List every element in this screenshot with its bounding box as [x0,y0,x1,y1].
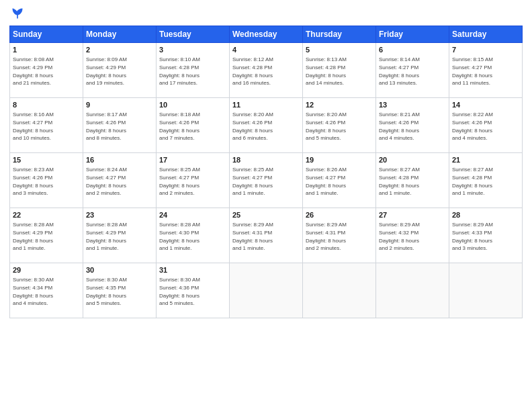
day-info: Sunrise: 8:13 AM Sunset: 4:28 PM Dayligh… [306,56,373,87]
calendar-week-row: 15Sunrise: 8:23 AM Sunset: 4:26 PM Dayli… [10,153,523,208]
calendar-week-row: 22Sunrise: 8:28 AM Sunset: 4:29 PM Dayli… [10,208,523,263]
day-info: Sunrise: 8:12 AM Sunset: 4:28 PM Dayligh… [232,56,300,87]
calendar-day-cell: 27Sunrise: 8:29 AM Sunset: 4:32 PM Dayli… [376,208,449,263]
day-info: Sunrise: 8:29 AM Sunset: 4:31 PM Dayligh… [232,221,300,252]
day-info: Sunrise: 8:30 AM Sunset: 4:34 PM Dayligh… [13,276,80,307]
day-number: 7 [452,45,519,55]
calendar-week-row: 8Sunrise: 8:16 AM Sunset: 4:27 PM Daylig… [10,98,523,153]
weekday-header: Sunday [10,26,83,43]
day-number: 10 [159,100,226,110]
calendar-week-row: 29Sunrise: 8:30 AM Sunset: 4:34 PM Dayli… [10,263,523,318]
day-number: 1 [13,45,80,55]
day-info: Sunrise: 8:08 AM Sunset: 4:29 PM Dayligh… [13,56,80,87]
calendar-day-cell [449,263,523,318]
calendar-day-cell [303,263,376,318]
calendar-header-row: SundayMondayTuesdayWednesdayThursdayFrid… [10,26,523,43]
day-info: Sunrise: 8:25 AM Sunset: 4:27 PM Dayligh… [232,166,300,197]
day-info: Sunrise: 8:29 AM Sunset: 4:33 PM Dayligh… [452,221,519,252]
day-number: 25 [232,210,300,220]
day-number: 6 [379,45,446,55]
calendar-week-row: 1Sunrise: 8:08 AM Sunset: 4:29 PM Daylig… [10,43,523,98]
calendar-day-cell: 6Sunrise: 8:14 AM Sunset: 4:27 PM Daylig… [376,43,449,98]
calendar-day-cell: 22Sunrise: 8:28 AM Sunset: 4:29 PM Dayli… [10,208,83,263]
calendar-day-cell: 16Sunrise: 8:24 AM Sunset: 4:27 PM Dayli… [83,153,157,208]
calendar-day-cell [376,263,449,318]
calendar-day-cell: 25Sunrise: 8:29 AM Sunset: 4:31 PM Dayli… [230,208,303,263]
day-info: Sunrise: 8:25 AM Sunset: 4:27 PM Dayligh… [159,166,226,197]
calendar-day-cell: 9Sunrise: 8:17 AM Sunset: 4:26 PM Daylig… [83,98,157,153]
weekday-header: Saturday [449,26,523,43]
calendar-day-cell: 17Sunrise: 8:25 AM Sunset: 4:27 PM Dayli… [157,153,230,208]
day-number: 15 [13,155,80,165]
calendar-day-cell: 5Sunrise: 8:13 AM Sunset: 4:28 PM Daylig… [303,43,376,98]
calendar-day-cell: 18Sunrise: 8:25 AM Sunset: 4:27 PM Dayli… [230,153,303,208]
calendar-day-cell: 12Sunrise: 8:20 AM Sunset: 4:26 PM Dayli… [303,98,376,153]
day-number: 2 [86,45,153,55]
day-number: 16 [86,155,153,165]
calendar-day-cell: 20Sunrise: 8:27 AM Sunset: 4:28 PM Dayli… [376,153,449,208]
day-number: 14 [452,100,519,110]
day-info: Sunrise: 8:27 AM Sunset: 4:28 PM Dayligh… [379,166,446,197]
calendar-day-cell: 10Sunrise: 8:18 AM Sunset: 4:26 PM Dayli… [157,98,230,153]
calendar-day-cell: 3Sunrise: 8:10 AM Sunset: 4:28 PM Daylig… [157,43,230,98]
day-info: Sunrise: 8:15 AM Sunset: 4:27 PM Dayligh… [452,56,519,87]
day-number: 20 [379,155,446,165]
weekday-header: Monday [83,26,157,43]
day-number: 31 [159,265,226,275]
page-header [9,7,523,20]
day-info: Sunrise: 8:10 AM Sunset: 4:28 PM Dayligh… [159,56,226,87]
day-info: Sunrise: 8:20 AM Sunset: 4:26 PM Dayligh… [306,111,373,142]
calendar-day-cell: 14Sunrise: 8:22 AM Sunset: 4:26 PM Dayli… [449,98,523,153]
calendar-day-cell: 15Sunrise: 8:23 AM Sunset: 4:26 PM Dayli… [10,153,83,208]
day-info: Sunrise: 8:14 AM Sunset: 4:27 PM Dayligh… [379,56,446,87]
calendar-day-cell: 13Sunrise: 8:21 AM Sunset: 4:26 PM Dayli… [376,98,449,153]
day-info: Sunrise: 8:28 AM Sunset: 4:29 PM Dayligh… [86,221,153,252]
calendar-day-cell [230,263,303,318]
day-number: 24 [159,210,226,220]
day-info: Sunrise: 8:29 AM Sunset: 4:31 PM Dayligh… [306,221,373,252]
day-number: 29 [13,265,80,275]
day-info: Sunrise: 8:23 AM Sunset: 4:26 PM Dayligh… [13,166,80,197]
calendar-day-cell: 4Sunrise: 8:12 AM Sunset: 4:28 PM Daylig… [230,43,303,98]
day-info: Sunrise: 8:18 AM Sunset: 4:26 PM Dayligh… [159,111,226,142]
calendar-day-cell: 8Sunrise: 8:16 AM Sunset: 4:27 PM Daylig… [10,98,83,153]
day-info: Sunrise: 8:28 AM Sunset: 4:30 PM Dayligh… [159,221,226,252]
calendar-day-cell: 2Sunrise: 8:09 AM Sunset: 4:29 PM Daylig… [83,43,157,98]
calendar-day-cell: 21Sunrise: 8:27 AM Sunset: 4:28 PM Dayli… [449,153,523,208]
day-number: 22 [13,210,80,220]
calendar-day-cell: 31Sunrise: 8:30 AM Sunset: 4:36 PM Dayli… [157,263,230,318]
day-info: Sunrise: 8:24 AM Sunset: 4:27 PM Dayligh… [86,166,153,197]
day-number: 17 [159,155,226,165]
calendar-day-cell: 1Sunrise: 8:08 AM Sunset: 4:29 PM Daylig… [10,43,83,98]
day-number: 3 [159,45,226,55]
day-number: 27 [379,210,446,220]
logo-bird-icon [11,7,24,20]
calendar-day-cell: 30Sunrise: 8:30 AM Sunset: 4:35 PM Dayli… [83,263,157,318]
calendar-day-cell: 23Sunrise: 8:28 AM Sunset: 4:29 PM Dayli… [83,208,157,263]
day-number: 9 [86,100,153,110]
weekday-header: Friday [376,26,449,43]
day-info: Sunrise: 8:22 AM Sunset: 4:26 PM Dayligh… [452,111,519,142]
day-number: 21 [452,155,519,165]
calendar-day-cell: 19Sunrise: 8:26 AM Sunset: 4:27 PM Dayli… [303,153,376,208]
day-info: Sunrise: 8:29 AM Sunset: 4:32 PM Dayligh… [379,221,446,252]
weekday-header: Tuesday [157,26,230,43]
day-number: 4 [232,45,300,55]
page-container: SundayMondayTuesdayWednesdayThursdayFrid… [0,0,532,324]
day-number: 23 [86,210,153,220]
day-info: Sunrise: 8:30 AM Sunset: 4:36 PM Dayligh… [159,276,226,307]
day-info: Sunrise: 8:16 AM Sunset: 4:27 PM Dayligh… [13,111,80,142]
day-info: Sunrise: 8:26 AM Sunset: 4:27 PM Dayligh… [306,166,373,197]
day-info: Sunrise: 8:09 AM Sunset: 4:29 PM Dayligh… [86,56,153,87]
day-number: 19 [306,155,373,165]
day-info: Sunrise: 8:27 AM Sunset: 4:28 PM Dayligh… [452,166,519,197]
day-number: 13 [379,100,446,110]
logo [9,7,24,20]
weekday-header: Thursday [303,26,376,43]
day-info: Sunrise: 8:20 AM Sunset: 4:26 PM Dayligh… [232,111,300,142]
day-info: Sunrise: 8:17 AM Sunset: 4:26 PM Dayligh… [86,111,153,142]
calendar-day-cell: 26Sunrise: 8:29 AM Sunset: 4:31 PM Dayli… [303,208,376,263]
calendar-day-cell: 29Sunrise: 8:30 AM Sunset: 4:34 PM Dayli… [10,263,83,318]
day-number: 12 [306,100,373,110]
calendar-table: SundayMondayTuesdayWednesdayThursdayFrid… [9,26,523,318]
